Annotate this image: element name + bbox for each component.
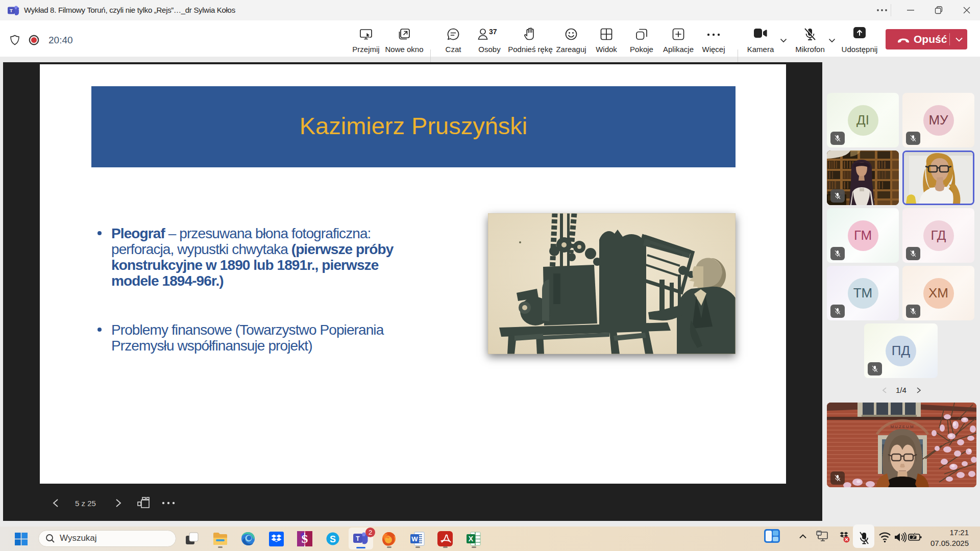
svg-text:T: T (356, 535, 360, 542)
svg-text:W: W (411, 535, 418, 543)
svg-text:MUZEUM: MUZEUM (890, 424, 914, 429)
svg-text:37: 37 (489, 28, 497, 36)
svg-text:T: T (10, 8, 13, 13)
svg-text:X: X (469, 535, 474, 543)
svg-text:S: S (301, 532, 308, 545)
svg-text:S: S (330, 534, 336, 544)
